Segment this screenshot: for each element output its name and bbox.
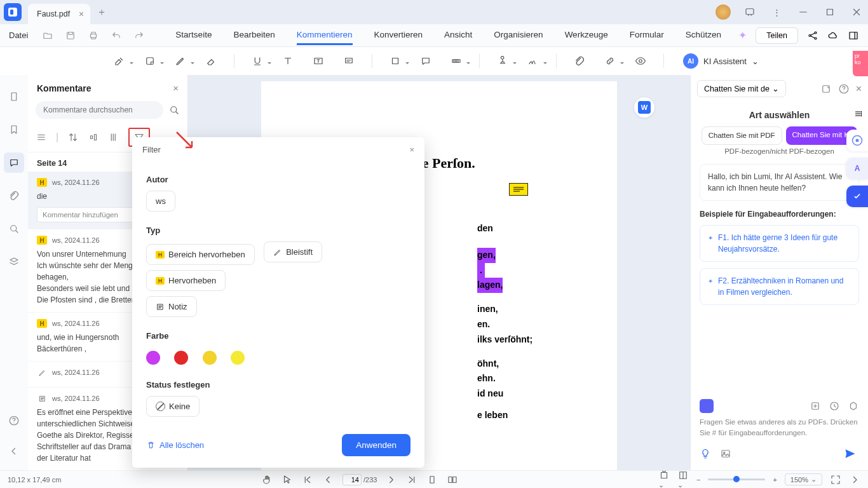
link-tool[interactable]	[600, 51, 620, 71]
list-view-icon[interactable]	[36, 132, 47, 143]
rail-comments[interactable]	[4, 152, 24, 173]
ai-example-1[interactable]: ✦F1. Ich hätte gerne 3 Ideen für gute Ne…	[700, 225, 859, 262]
avatar[interactable]	[715, 4, 731, 20]
ai-attach-icon[interactable]	[810, 400, 821, 412]
read-mode-icon[interactable]: ⌄	[677, 470, 689, 488]
underline-tool[interactable]	[247, 51, 268, 71]
filter-status-none[interactable]: Keine	[146, 396, 200, 417]
expand-right-icon[interactable]	[849, 474, 860, 485]
promo-badge[interactable]: prko	[853, 51, 868, 76]
expand-all-icon[interactable]	[108, 132, 119, 143]
sort-icon[interactable]	[67, 132, 79, 143]
next-page-icon[interactable]	[386, 474, 397, 485]
ai-history-icon[interactable]	[829, 400, 840, 412]
rail-help[interactable]	[4, 410, 24, 431]
doc-annotation-box[interactable]	[509, 183, 528, 196]
cloud-icon[interactable]	[827, 30, 839, 41]
ai-assistant-button[interactable]: AI KI Assistent ⌄	[683, 53, 759, 69]
save-icon[interactable]	[62, 27, 79, 44]
ai-dropdown[interactable]: Chatten Sie mit de⌄	[697, 80, 786, 97]
maximize-icon[interactable]	[822, 4, 837, 20]
menu-form[interactable]: Formular	[630, 26, 664, 45]
menu-edit[interactable]: Bearbeiten	[233, 26, 275, 45]
send-icon[interactable]	[841, 445, 859, 463]
redo-icon[interactable]	[131, 27, 147, 44]
fit-width-icon[interactable]: ⌄	[658, 470, 670, 488]
lightbulb-icon[interactable]: ✦	[738, 29, 747, 41]
text-tool[interactable]	[278, 51, 298, 71]
zoom-slider[interactable]	[708, 478, 765, 480]
zoom-out-icon[interactable]: −	[696, 476, 700, 484]
file-menu[interactable]: Datei	[9, 30, 28, 40]
ai-tab-pdf[interactable]: Chatten Sie mit PDF	[702, 126, 782, 145]
open-icon[interactable]	[39, 27, 56, 44]
filter-apply-button[interactable]: Anwenden	[342, 434, 410, 456]
shape-tool[interactable]	[385, 51, 405, 71]
filter-clear-all[interactable]: Alle löschen	[146, 440, 204, 450]
ai-help-icon[interactable]	[838, 83, 850, 95]
menu-convert[interactable]: Konvertieren	[374, 26, 423, 45]
word-export-badge[interactable]: W	[634, 97, 655, 118]
close-panel-icon[interactable]: ×	[173, 83, 179, 93]
filter-author-chip[interactable]: ws	[146, 191, 175, 212]
callout-tool[interactable]	[339, 51, 359, 71]
two-page-icon[interactable]	[447, 474, 458, 485]
undo-icon[interactable]	[108, 27, 125, 44]
ai-example-2[interactable]: ✦F2. Erzähltechniken in Romanen und in F…	[700, 268, 859, 305]
last-page-icon[interactable]	[406, 474, 417, 485]
search-input[interactable]	[36, 101, 163, 119]
message-icon[interactable]	[742, 4, 757, 20]
ai-new-icon[interactable]	[820, 83, 832, 95]
print-icon[interactable]	[85, 27, 102, 44]
filter-color-yellow[interactable]	[231, 351, 245, 365]
rail-attachments[interactable]	[4, 186, 24, 206]
rail-bookmarks[interactable]	[4, 119, 24, 140]
filter-color-purple[interactable]	[146, 351, 160, 365]
filter-type-pencil[interactable]: Bleistift	[264, 241, 322, 262]
highlighter-tool[interactable]	[109, 51, 130, 71]
filter-type-note[interactable]: Notiz	[146, 296, 197, 317]
ai-bubble-check[interactable]	[846, 186, 868, 207]
attach-tool[interactable]	[569, 51, 590, 71]
filter-color-gold[interactable]	[203, 351, 217, 365]
ai-settings-icon[interactable]	[848, 400, 859, 412]
settings-side-icon[interactable]	[849, 104, 868, 123]
fullscreen-icon[interactable]	[830, 474, 841, 485]
ai-bubble-2[interactable]: A	[846, 158, 868, 179]
comment-tool[interactable]	[416, 51, 436, 71]
single-page-icon[interactable]	[426, 474, 438, 485]
close-icon[interactable]: ×	[79, 9, 84, 19]
stamp-tool[interactable]	[492, 51, 513, 71]
rail-collapse[interactable]	[4, 441, 24, 461]
share-button[interactable]: Teilen	[756, 27, 798, 44]
more-icon[interactable]: ⋮	[769, 4, 784, 20]
panel-icon[interactable]	[848, 30, 859, 41]
eye-tool[interactable]	[630, 51, 651, 71]
minimize-icon[interactable]	[796, 4, 811, 20]
hand-tool-icon[interactable]	[261, 474, 273, 485]
signature-tool[interactable]	[523, 51, 543, 71]
eraser-tool[interactable]	[201, 51, 221, 71]
ai-image-icon[interactable]	[720, 448, 731, 459]
document-tab[interactable]: Faust.pdf ×	[28, 4, 90, 24]
ai-close-icon[interactable]: ×	[856, 83, 862, 95]
ai-bubble[interactable]	[846, 130, 868, 151]
first-page-icon[interactable]	[302, 474, 313, 485]
collapse-all-icon[interactable]	[88, 132, 99, 143]
add-tab-button[interactable]: ＋	[97, 6, 107, 19]
filter-type-area-highlight[interactable]: HBereich hervorheben	[146, 244, 255, 265]
prev-page-icon[interactable]	[322, 474, 334, 485]
close-window-icon[interactable]	[849, 4, 864, 20]
page-input[interactable]	[342, 474, 362, 485]
ai-idea-icon[interactable]	[700, 448, 711, 459]
menu-protect[interactable]: Schützen	[686, 26, 721, 45]
note-tool[interactable]	[140, 51, 160, 71]
menu-home[interactable]: Startseite	[175, 26, 212, 45]
measure-tool[interactable]	[446, 51, 466, 71]
menu-comment[interactable]: Kommentieren	[297, 26, 353, 45]
rail-thumbnails[interactable]	[4, 86, 24, 107]
ai-app-icon[interactable]	[700, 399, 714, 413]
zoom-in-icon[interactable]: +	[773, 476, 776, 484]
menu-view[interactable]: Ansicht	[444, 26, 472, 45]
share-node-icon[interactable]	[807, 30, 818, 41]
